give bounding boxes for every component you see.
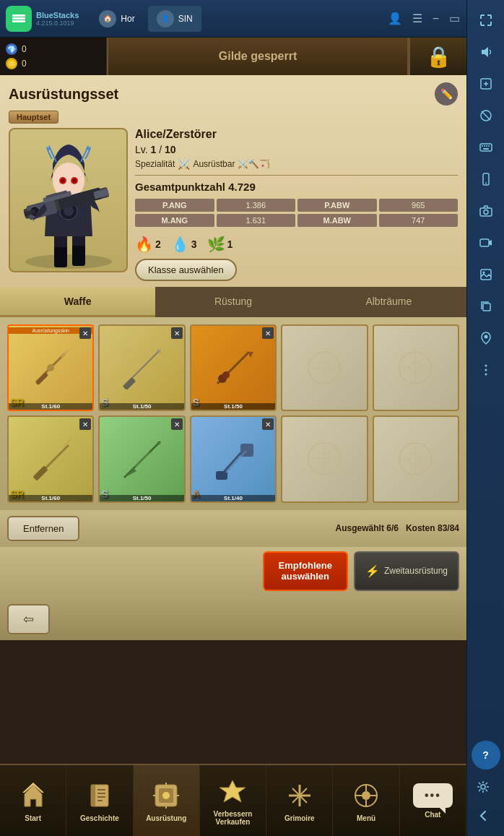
camera-icon[interactable] (472, 197, 500, 225)
svg-point-23 (47, 364, 54, 371)
game-area: 💎 0 🪙 0 Gilde gesperrt 🔒 Ausrüstungsset … (0, 38, 466, 836)
bottom-nav: Start Geschichte (0, 764, 466, 836)
wind-element: 🌿 1 (207, 236, 233, 253)
resize-icon[interactable] (472, 69, 500, 98)
char-level: Lv. 1 / 10 (135, 144, 458, 155)
help-icon[interactable]: ? (472, 741, 500, 770)
equip-slot-9[interactable] (281, 415, 368, 502)
menu-icon[interactable]: ☰ (412, 12, 422, 25)
tab-sin[interactable]: 👤 SIN (148, 6, 201, 32)
guild-bar: 💎 0 🪙 0 Gilde gesperrt 🔒 (0, 38, 466, 75)
svg-point-93 (485, 183, 487, 184)
m-ang-label: M.ANG (135, 214, 214, 227)
nav-geschichte-label: Geschichte (80, 814, 119, 822)
user-icon[interactable]: 👤 (388, 12, 402, 25)
char-section: Ausrüstungsset ✏️ Hauptset (0, 75, 466, 287)
settings-icon[interactable] (469, 772, 498, 801)
svg-rect-4 (72, 246, 85, 266)
gem-gold-value: 0 (22, 59, 27, 69)
nav-chat-label: Chat (425, 811, 440, 819)
svg-marker-30 (248, 352, 253, 358)
char-spec: Spezialität ⚔️ Ausrüstbar ⚔️🔨🏹 (135, 158, 458, 170)
equip-slot-7[interactable]: ✕ S St.1/50 (98, 415, 185, 502)
nav-geschichte[interactable]: Geschichte (66, 765, 133, 836)
stat-grid: P.ANG 1.386 P.ABW 965 M.ANG 1.631 M.ABW … (135, 199, 458, 227)
back-button[interactable]: ⇦ (7, 604, 50, 634)
equip-slot-10[interactable] (373, 415, 459, 502)
guild-lock-box[interactable]: 🔒 (409, 38, 466, 75)
weapon-8-img (191, 417, 275, 501)
nav-ausruestung[interactable]: Ausrüstung (134, 765, 200, 836)
svg-rect-94 (480, 208, 492, 216)
nav-chat[interactable]: ••• Chat (400, 765, 466, 836)
video-icon[interactable] (472, 228, 500, 257)
nav-start[interactable]: Start (0, 765, 66, 836)
water-element: 💧 3 (171, 236, 197, 253)
geschichte-icon (85, 781, 114, 810)
fullscreen-icon[interactable] (472, 6, 500, 35)
copy-icon[interactable] (472, 292, 500, 321)
tab-hor[interactable]: 🏠 Hor (90, 6, 143, 32)
nav-menue[interactable]: Menü (333, 765, 399, 836)
chat-tail (440, 808, 446, 814)
guild-title-box: Gilde gesperrt (107, 38, 409, 75)
tab-albtraeume[interactable]: Albträume (311, 287, 466, 317)
start-icon (19, 781, 48, 810)
zweit-button[interactable]: ⚡ Zweitausrüstung (354, 551, 459, 591)
edit-button[interactable]: ✏️ (435, 82, 458, 105)
gem-blue-icon: 💎 (6, 43, 17, 55)
more-icon[interactable] (472, 355, 500, 384)
svg-rect-45 (216, 471, 227, 480)
svg-point-103 (485, 369, 487, 371)
slot-badge-2: St.1/50 (100, 403, 183, 410)
svg-point-0 (25, 254, 112, 269)
svg-rect-25 (122, 377, 135, 389)
divider1 (135, 175, 458, 176)
slot-badge-8: St.1/40 (191, 495, 275, 501)
equip-slot-3[interactable]: ✕ S St.1/50 (190, 324, 277, 411)
phone-icon[interactable] (472, 165, 500, 194)
m-ang-value: 1.631 (217, 214, 296, 227)
nav-grimoire-label: Grimoire (284, 814, 315, 822)
wind-icon: 🌿 (207, 236, 225, 253)
svg-point-70 (162, 792, 170, 799)
svg-marker-56 (25, 785, 42, 806)
char-figure-svg (14, 132, 123, 269)
empty-pattern-5 (374, 326, 458, 410)
hauptset-badge-wrapper: Hauptset (9, 110, 458, 124)
equip-slot-1[interactable]: Ausrüstungsskin ✕ SR St.1/60 (7, 324, 94, 411)
svg-point-105 (481, 785, 485, 789)
nav-geschichte-icon-box (84, 780, 116, 811)
minimize-icon[interactable]: − (433, 12, 439, 25)
tab-ruestung[interactable]: Rüstung (155, 287, 310, 317)
tab-waffe[interactable]: Waffe (0, 287, 155, 317)
nav-verbessern[interactable]: Verbessern Verkaufen (200, 765, 266, 836)
svg-marker-82 (482, 47, 488, 57)
location-icon[interactable] (472, 324, 500, 353)
equip-slot-2[interactable]: ✕ S St.1/50 (98, 324, 185, 411)
equip-slot-4[interactable] (281, 324, 368, 411)
maximize-icon[interactable]: ▭ (449, 12, 460, 25)
lock-icon: 🔒 (426, 45, 451, 69)
entfernen-button[interactable]: Entfernen (7, 516, 79, 541)
equip-slot-5[interactable] (373, 324, 459, 411)
back-sidebar-icon[interactable] (469, 801, 498, 830)
p-ang-value: 1.386 (217, 199, 296, 212)
nav-grimoire[interactable]: Grimoire (266, 765, 333, 836)
svg-line-43 (135, 452, 149, 467)
svg-point-77 (362, 791, 370, 800)
p-ang-label: P.ANG (135, 199, 214, 212)
keyboard-icon[interactable] (472, 133, 500, 162)
recommend-button[interactable]: Empfohlene auswählen (263, 551, 348, 591)
equip-slot-6[interactable]: ✕ SR St.1/60 (7, 415, 94, 502)
resources-box: 💎 0 🪙 0 (0, 38, 107, 75)
slash-icon[interactable] (472, 101, 500, 130)
equip-slot-8[interactable]: ✕ A St.1/40 (190, 415, 277, 502)
char-name: Alice/Zerstörer (135, 128, 458, 141)
gallery-icon[interactable] (472, 260, 500, 289)
lightning-icon: ⚡ (365, 564, 380, 578)
volume-icon[interactable] (472, 38, 500, 66)
equipment-section: Ausrüstungsskin ✕ SR St.1/60 ✕ (0, 317, 466, 510)
klasse-button[interactable]: Klasse auswählen (135, 259, 237, 281)
svg-point-11 (72, 178, 77, 183)
